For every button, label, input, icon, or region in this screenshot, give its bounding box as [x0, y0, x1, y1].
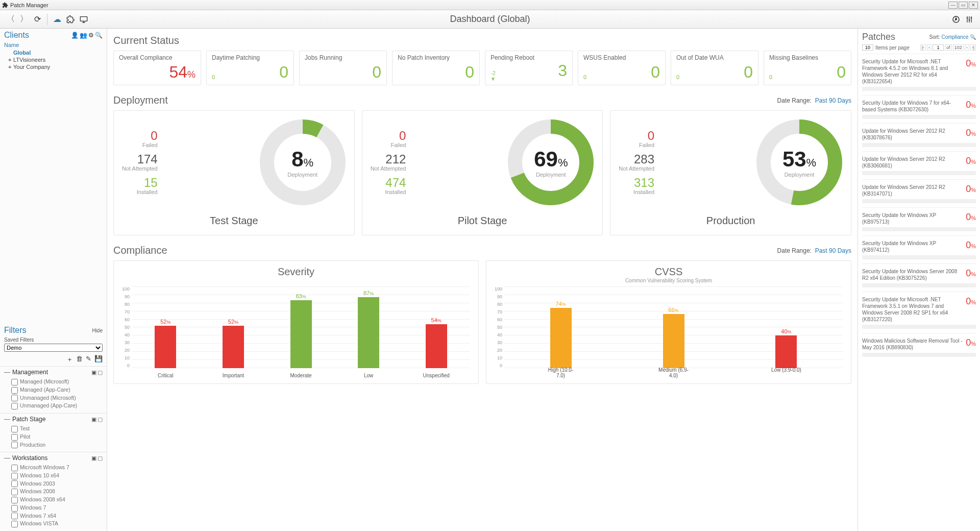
filter-option[interactable]: Managed (App-Care)	[11, 386, 103, 394]
patch-item[interactable]: Update for Windows Server 2012 R2 (KB314…	[862, 179, 976, 207]
filter-option[interactable]: Microsoft Windows 7	[11, 464, 103, 472]
tree-item[interactable]: +Your Company	[8, 63, 103, 70]
filter-option[interactable]: Windows VISTA	[11, 520, 103, 528]
cloud-icon[interactable]: ☁	[52, 14, 63, 25]
svg-point-4	[971, 17, 972, 19]
filter-group-head[interactable]: —Management▣▢	[0, 367, 107, 378]
per-page-label: Items per page	[875, 45, 910, 51]
items-per-page-input[interactable]	[862, 44, 873, 51]
status-card[interactable]: Overall Compliance54%	[113, 51, 201, 85]
bar-chart: 1009080706050403020100 52%52%83%87%54%Cr…	[122, 286, 470, 378]
filter-group-head[interactable]: —Workstations▣▢	[0, 452, 107, 464]
patch-item[interactable]: Security Update for Microsoft .NET Frame…	[862, 54, 976, 95]
status-card[interactable]: Pending Reboot-2▼3	[485, 51, 573, 85]
filter-option[interactable]: Unmanaged (Microsoft)	[11, 394, 103, 402]
back-button[interactable]: 〈	[5, 14, 16, 25]
gear-icon[interactable]: ⚙	[88, 32, 94, 39]
select-all-icon[interactable]: ▣	[91, 455, 96, 462]
patch-item[interactable]: Security Update for Windows XP (KB975713…	[862, 207, 976, 235]
select-all-icon[interactable]: ▣	[91, 416, 96, 423]
plugin-icon[interactable]	[65, 14, 76, 25]
refresh-button[interactable]: ⟳	[32, 14, 43, 25]
clients-heading: Clients	[4, 31, 29, 40]
filter-option[interactable]: Managed (Microsoft)	[11, 378, 103, 386]
compliance-row: Severity 1009080706050403020100 52%52%83…	[113, 260, 851, 384]
users-icon[interactable]: 👥	[80, 32, 87, 39]
delete-filter-icon[interactable]: 🗑	[76, 355, 83, 364]
filter-group: —Patch Stage▣▢TestPilotProduction	[0, 413, 107, 452]
target-icon[interactable]	[950, 14, 962, 25]
patch-item[interactable]: Security Update for Microsoft .NET Frame…	[862, 292, 976, 333]
tree-item-global[interactable]: Global	[8, 49, 103, 56]
patch-item[interactable]: Security Update for Windows Server 2008 …	[862, 263, 976, 292]
forward-button[interactable]: 〉	[18, 14, 30, 25]
filter-option[interactable]: Pilot	[11, 433, 103, 441]
filter-option[interactable]: Windows 2008 x64	[11, 496, 103, 504]
page-input[interactable]	[933, 44, 944, 51]
close-button[interactable]: ✕	[969, 2, 978, 9]
titlebar: Patch Manager — ▭ ✕	[0, 0, 980, 10]
status-card[interactable]: No Patch Inventory0	[392, 51, 480, 85]
last-page-button[interactable]: ›|	[970, 44, 976, 51]
clear-icon[interactable]: ▢	[97, 369, 103, 376]
patch-item[interactable]: Update for Windows Server 2012 R2 (KB307…	[862, 123, 976, 151]
hide-filters[interactable]: Hide	[92, 328, 103, 333]
total-pages: 102	[953, 44, 964, 51]
content-area: Current Status Overall Compliance54%Dayt…	[107, 29, 857, 531]
donut-chart: 69%Deployment	[507, 119, 594, 206]
main-toolbar: 〈 〉 ⟳ ☁ Dashboard (Global)	[0, 10, 980, 29]
search-icon[interactable]: 🔍	[95, 32, 103, 39]
separator	[47, 14, 47, 25]
patch-item[interactable]: Security Update for Windows XP (KB974112…	[862, 235, 976, 263]
status-card[interactable]: Jobs Running0	[299, 51, 387, 85]
filter-option[interactable]: Test	[11, 425, 103, 433]
user-icon[interactable]: 👤	[71, 32, 79, 39]
next-page-button[interactable]: ›	[965, 44, 969, 51]
filters-panel: Filters Hide Saved Filters Demo ＋ 🗑 ✎ 💾 …	[0, 324, 107, 531]
donut-chart: 53%Deployment	[756, 119, 843, 206]
saved-filters-select[interactable]: Demo	[4, 344, 103, 352]
first-page-button[interactable]: |‹	[920, 44, 926, 51]
status-card[interactable]: Missing Baselines00	[764, 51, 851, 85]
page-title: Dashboard (Global)	[450, 14, 530, 25]
edit-filter-icon[interactable]: ✎	[86, 355, 91, 364]
date-range-link[interactable]: Past 90 Days	[815, 97, 851, 104]
patch-item[interactable]: Windows Malicious Software Removal Tool …	[862, 333, 976, 361]
date-range-link[interactable]: Past 90 Days	[815, 247, 851, 254]
saved-filters-label: Saved Filters	[0, 337, 107, 343]
filter-option[interactable]: Windows 10 x64	[11, 472, 103, 480]
sort-link[interactable]: Compliance	[941, 34, 968, 40]
minimize-button[interactable]: —	[948, 2, 958, 9]
clear-icon[interactable]: ▢	[97, 455, 103, 462]
clear-icon[interactable]: ▢	[97, 416, 103, 423]
deploy-card: 0Failed 283Not Attempted 313Installed 53…	[610, 110, 851, 235]
filter-group-head[interactable]: —Patch Stage▣▢	[0, 414, 107, 425]
name-label: Name	[0, 42, 107, 48]
maximize-button[interactable]: ▭	[959, 2, 968, 9]
status-card[interactable]: WSUS Enabled00	[578, 51, 666, 85]
save-filter-icon[interactable]: 💾	[94, 355, 103, 364]
patch-item[interactable]: Update for Windows Server 2012 R2 (KB306…	[862, 151, 976, 179]
select-all-icon[interactable]: ▣	[91, 369, 96, 376]
add-filter-icon[interactable]: ＋	[66, 355, 73, 364]
window-controls: — ▭ ✕	[948, 2, 978, 9]
settings-icon[interactable]	[964, 14, 975, 25]
search-icon[interactable]: 🔍	[970, 34, 976, 40]
compliance-card: CVSSCommon Vulnerability Scoring System …	[486, 260, 851, 384]
filter-option[interactable]: Windows 2003	[11, 480, 103, 488]
monitor-icon[interactable]	[78, 14, 89, 25]
prev-page-button[interactable]: ‹	[927, 44, 932, 51]
filter-option[interactable]: Windows 7	[11, 504, 103, 512]
status-card[interactable]: Out of Date WUA00	[671, 51, 758, 85]
status-card[interactable]: Daytime Patching00	[206, 51, 294, 85]
filter-option[interactable]: Windows 7 x64	[11, 512, 103, 520]
filter-option[interactable]: Unmanaged (App-Care)	[11, 402, 103, 410]
clients-header: Clients 👤 👥 ⚙ 🔍	[0, 29, 107, 42]
patch-item[interactable]: Security Update for Windows 7 for x64-ba…	[862, 95, 976, 123]
deploy-card: 0Failed 212Not Attempted 474Installed 69…	[362, 110, 603, 235]
range-label: Date Range:	[777, 97, 812, 104]
filter-option[interactable]: Production	[11, 441, 103, 449]
filter-option[interactable]: Windows 2008	[11, 488, 103, 496]
tree-item[interactable]: +LTVisioneers	[8, 56, 103, 63]
status-row: Overall Compliance54%Daytime Patching00J…	[113, 51, 851, 85]
